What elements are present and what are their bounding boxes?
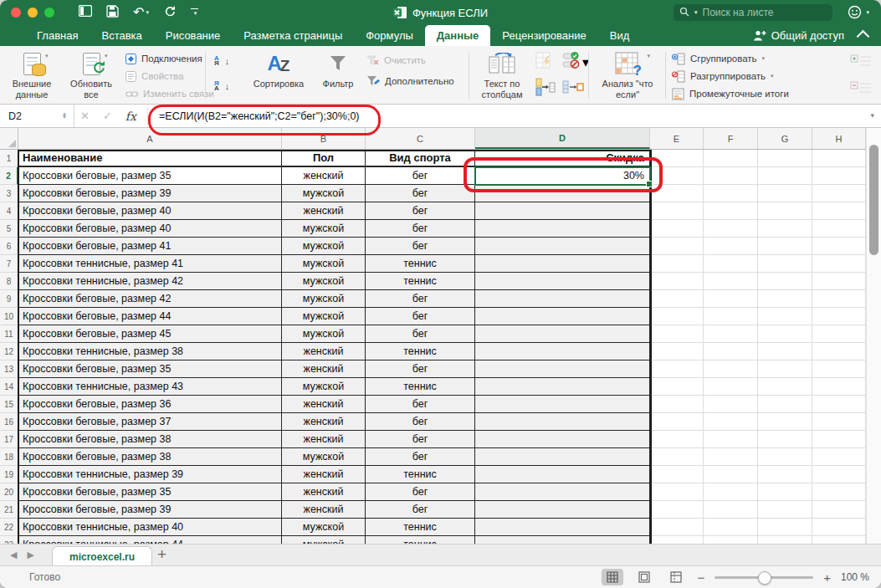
cell-G12[interactable] bbox=[758, 343, 812, 360]
column-header-C[interactable]: C bbox=[366, 128, 475, 149]
vertical-scrollbar[interactable] bbox=[866, 128, 881, 544]
sort-descending-button[interactable]: ЯА ↓ bbox=[214, 79, 229, 93]
cancel-entry-icon[interactable]: ✕ bbox=[80, 110, 90, 122]
tab-5[interactable]: Данные bbox=[425, 25, 491, 46]
cell-B22[interactable]: мужской bbox=[282, 519, 366, 536]
cell-B10[interactable]: мужской bbox=[282, 308, 366, 325]
cell-G6[interactable] bbox=[758, 238, 812, 255]
cell-E11[interactable] bbox=[650, 325, 704, 343]
row-header-6[interactable]: 6 bbox=[0, 238, 18, 255]
cell-A6[interactable]: Кроссовки беговые, размер 41 bbox=[18, 238, 282, 255]
row-header-12[interactable]: 12 bbox=[0, 343, 18, 360]
cell-F2[interactable] bbox=[704, 167, 758, 185]
cell-A20[interactable]: Кроссовки беговые, размер 35 bbox=[18, 483, 282, 501]
cell-B14[interactable]: мужской bbox=[282, 378, 366, 396]
cell-A5[interactable]: Кроссовки беговые, размер 40 bbox=[18, 220, 282, 238]
cell-E14[interactable] bbox=[650, 378, 704, 396]
cell-C9[interactable]: бег bbox=[366, 290, 475, 308]
row-header-11[interactable]: 11 bbox=[0, 325, 18, 343]
cell-A22[interactable]: Кроссовки теннисные, размер 40 bbox=[18, 519, 282, 536]
cell-A13[interactable]: Кроссовки беговые, размер 35 bbox=[18, 360, 282, 378]
cell-B6[interactable]: мужской bbox=[282, 238, 366, 255]
cell-E6[interactable] bbox=[650, 238, 704, 255]
cell-D14[interactable] bbox=[475, 378, 650, 396]
cell-H8[interactable] bbox=[812, 273, 866, 290]
cell-E9[interactable] bbox=[650, 290, 704, 308]
row-header-4[interactable]: 4 bbox=[0, 202, 18, 220]
refresh-all-button[interactable]: ▾ Обновить все bbox=[64, 50, 119, 100]
ungroup-button[interactable]: Разгруппировать ▾ bbox=[672, 69, 789, 83]
column-header-D[interactable]: D bbox=[475, 128, 650, 149]
cell-H18[interactable] bbox=[812, 448, 866, 466]
cell-F10[interactable] bbox=[704, 308, 758, 325]
cell-C19[interactable]: теннис bbox=[366, 466, 475, 483]
zoom-in-icon[interactable]: + bbox=[823, 570, 831, 585]
cell-F19[interactable] bbox=[704, 466, 758, 483]
tab-3[interactable]: Разметка страницы bbox=[232, 25, 354, 46]
cell-C21[interactable]: бег bbox=[366, 501, 475, 519]
cell-F15[interactable] bbox=[704, 396, 758, 413]
cell-F4[interactable] bbox=[704, 202, 758, 220]
name-box[interactable]: D2 ▲ ▼ bbox=[0, 105, 74, 127]
cell-C10[interactable]: бег bbox=[366, 308, 475, 325]
cell-C15[interactable]: бег bbox=[366, 396, 475, 413]
cell-H12[interactable] bbox=[812, 343, 866, 360]
cell-A8[interactable]: Кроссовки теннисные, размер 42 bbox=[18, 273, 282, 290]
page-break-view-button[interactable] bbox=[665, 569, 687, 585]
cell-D22[interactable] bbox=[475, 519, 650, 536]
row-header-2[interactable]: 2 bbox=[0, 167, 18, 185]
cell-D2[interactable]: 30% bbox=[475, 167, 650, 185]
cell-H5[interactable] bbox=[812, 220, 866, 238]
cell-D1[interactable]: Скидка bbox=[475, 150, 650, 167]
cell-F20[interactable] bbox=[704, 483, 758, 501]
search-input[interactable] bbox=[701, 6, 834, 19]
normal-view-button[interactable] bbox=[602, 569, 623, 585]
cell-F16[interactable] bbox=[704, 413, 758, 431]
cell-B12[interactable]: женский bbox=[282, 343, 366, 360]
cell-B18[interactable]: мужской bbox=[282, 448, 366, 466]
cell-H20[interactable] bbox=[812, 483, 866, 501]
cell-C6[interactable]: бег bbox=[366, 238, 475, 255]
row-header-10[interactable]: 10 bbox=[0, 308, 18, 325]
cell-G1[interactable] bbox=[758, 150, 812, 167]
cell-B21[interactable]: женский bbox=[282, 501, 366, 519]
column-header-B[interactable]: B bbox=[282, 128, 366, 149]
cell-D15[interactable] bbox=[475, 396, 650, 413]
cell-H11[interactable] bbox=[812, 325, 866, 343]
zoom-slider[interactable] bbox=[715, 576, 813, 579]
cell-D11[interactable] bbox=[475, 325, 650, 343]
cell-C7[interactable]: теннис bbox=[366, 255, 475, 273]
cell-G2[interactable] bbox=[758, 167, 812, 185]
cell-A14[interactable]: Кроссовки теннисные, размер 43 bbox=[18, 378, 282, 396]
zoom-out-icon[interactable]: − bbox=[697, 570, 704, 585]
cell-G16[interactable] bbox=[758, 413, 812, 431]
cell-A15[interactable]: Кроссовки беговые, размер 36 bbox=[18, 396, 282, 413]
cell-G21[interactable] bbox=[758, 501, 812, 519]
cell-F7[interactable] bbox=[704, 255, 758, 273]
cell-G14[interactable] bbox=[758, 378, 812, 396]
cell-B13[interactable]: женский bbox=[282, 360, 366, 378]
cell-B16[interactable]: женский bbox=[282, 413, 366, 431]
row-header-20[interactable]: 20 bbox=[0, 483, 18, 501]
cell-D12[interactable] bbox=[475, 343, 650, 360]
cell-E3[interactable] bbox=[650, 185, 704, 202]
cell-C3[interactable]: бег bbox=[366, 185, 475, 202]
confirm-entry-icon[interactable]: ✓ bbox=[103, 110, 112, 122]
prev-sheet-icon[interactable]: ◀ bbox=[10, 550, 17, 560]
cell-H4[interactable] bbox=[812, 202, 866, 220]
feedback-button[interactable]: ▾ bbox=[848, 5, 869, 19]
add-sheet-icon[interactable]: + bbox=[157, 545, 166, 564]
column-header-E[interactable]: E bbox=[650, 128, 704, 149]
zoom-slider-thumb[interactable] bbox=[758, 571, 771, 585]
show-detail-icon[interactable] bbox=[850, 54, 872, 74]
cell-D18[interactable] bbox=[475, 448, 650, 466]
column-header-G[interactable]: G bbox=[758, 128, 812, 149]
cell-D6[interactable] bbox=[475, 238, 650, 255]
cell-G7[interactable] bbox=[758, 255, 812, 273]
cell-F17[interactable] bbox=[704, 431, 758, 448]
cell-E16[interactable] bbox=[650, 413, 704, 431]
relationships-icon[interactable] bbox=[562, 79, 584, 98]
cell-A9[interactable]: Кроссовки беговые, размер 42 bbox=[18, 290, 282, 308]
what-if-button[interactable]: ? ▾ Анализ "что если" bbox=[593, 50, 662, 100]
cell-B1[interactable]: Пол bbox=[282, 150, 366, 167]
